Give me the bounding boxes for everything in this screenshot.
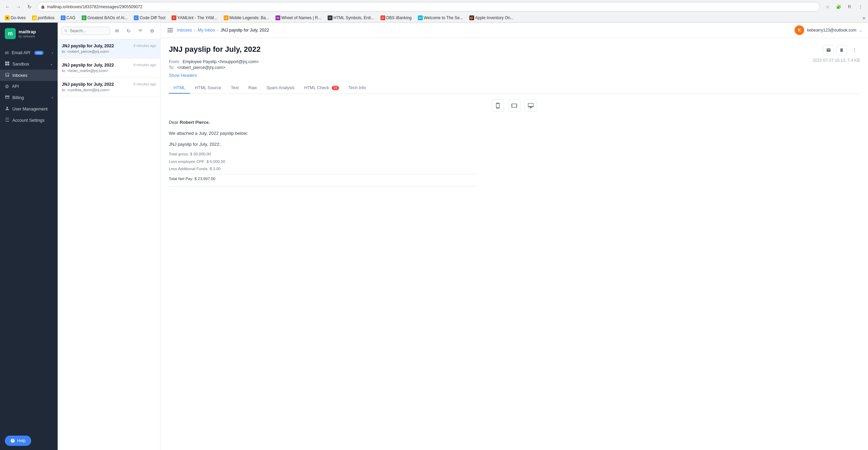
mobile-view-button[interactable] xyxy=(492,99,504,112)
bookmark-apple-label: Apple Inventory On... xyxy=(475,15,514,20)
compose-button[interactable]: ✉ xyxy=(112,26,122,36)
email-meta: From: Employee Payslip <hrsupport@jnj.co… xyxy=(169,59,860,70)
bookmark-portfolios[interactable]: 📁 portfolios xyxy=(30,15,57,21)
address-bar[interactable]: mailtrap.io/inboxes/1833782/messages/290… xyxy=(37,2,820,12)
bookmark-mobile-legends-label: Mobile Legends: Ba... xyxy=(230,15,269,20)
menu-button[interactable]: ⋮ xyxy=(856,2,865,12)
browser-chrome: ← → ↻ mailtrap.io/inboxes/1833782/messag… xyxy=(0,0,868,23)
hamburger-menu[interactable] xyxy=(166,27,174,34)
bookmark-dbs-label: DBS iBanking xyxy=(386,15,412,20)
payslip-total-net: Total Net Pay: $ 23,997.00 xyxy=(169,174,478,182)
bookmark-cag[interactable]: C CAG xyxy=(59,15,78,21)
forward-button[interactable]: → xyxy=(14,2,23,12)
search-input[interactable] xyxy=(70,28,107,33)
email-title: JNJ payslip for July, 2022 xyxy=(169,45,260,54)
bookmark-html-symbols-label: HTML Symbols, Enti... xyxy=(333,15,374,20)
email-item-2[interactable]: 9 minutes ago JNJ payslip for July, 2022… xyxy=(58,59,160,78)
tab-raw[interactable]: Raw xyxy=(244,83,262,94)
sidebar-item-user-management[interactable]: User Management xyxy=(0,103,58,115)
sidebar-item-billing[interactable]: Billing › xyxy=(0,92,58,103)
bookmark-welcome-to-se[interactable]: W Welcome to The Se... xyxy=(416,15,465,21)
api-icon: ⚙ xyxy=(5,84,9,89)
extensions-button[interactable]: 🧩 xyxy=(834,2,843,12)
sidebar-item-email-api-label: Email API xyxy=(12,50,30,55)
show-headers-link[interactable]: Show Headers xyxy=(169,73,197,78)
to-label: To: xyxy=(169,65,175,70)
delete-email-button[interactable] xyxy=(836,45,847,55)
bookmark-apple-inventory[interactable]: 🍎 Apple Inventory On... xyxy=(467,15,516,21)
lock-icon xyxy=(41,5,45,9)
greeting-end: , xyxy=(209,120,210,125)
sidebar-item-inboxes[interactable]: Inboxes xyxy=(0,70,58,81)
greatest-baos-favicon: G xyxy=(82,15,86,20)
bookmark-star-button[interactable]: ☆ xyxy=(823,2,832,12)
email-list-panel: ✉ ↻ ⚙ 9 minutes ago JNJ payslip for July… xyxy=(58,23,161,450)
sidebar-item-sandbox[interactable]: Sandbox ⌄ xyxy=(0,58,58,70)
email-to-3: to: <cynthia_dunn@jnj.com> xyxy=(62,88,156,92)
tablet-view-button[interactable] xyxy=(508,99,520,112)
email-body: Dear Robert Pierce, We attached a July, … xyxy=(169,119,478,187)
email-list-toolbar: ✉ ↻ ⚙ xyxy=(58,23,160,39)
desktop-view-button[interactable] xyxy=(525,99,537,112)
inboxes-icon xyxy=(5,72,10,78)
refresh-button[interactable]: ↻ xyxy=(25,2,34,12)
tab-tech-info-label: Tech Info xyxy=(349,85,366,90)
svg-rect-0 xyxy=(5,61,7,63)
breadcrumb-inboxes[interactable]: Inboxes xyxy=(177,28,192,33)
svg-rect-1 xyxy=(8,61,9,63)
sidebar-item-account-settings[interactable]: Account Settings xyxy=(0,115,58,126)
search-wrap[interactable] xyxy=(61,27,110,35)
bookmark-yamllint[interactable]: Y YAMLlint - The YAM... xyxy=(169,15,219,21)
cag-favicon: C xyxy=(61,15,66,20)
filter-button[interactable] xyxy=(136,26,145,36)
email-item-1[interactable]: 9 minutes ago JNJ payslip for July, 2022… xyxy=(58,39,160,59)
from-label: From: xyxy=(169,59,180,64)
more-options-button[interactable]: ⋮ xyxy=(849,45,860,55)
profile-button[interactable]: R xyxy=(845,2,854,12)
main-content: Inboxes › My Inbox › JNJ payslip for Jul… xyxy=(161,23,868,450)
bookmark-wheel-of-names-label: Wheel of Names | R... xyxy=(281,15,321,20)
bookmark-mobile-legends[interactable]: M Mobile Legends: Ba... xyxy=(222,15,271,21)
welcome-favicon: W xyxy=(418,15,423,20)
bookmark-code-diff[interactable]: C Code Diff Tool xyxy=(132,15,167,21)
email-greeting: Dear Robert Pierce, xyxy=(169,119,478,126)
sidebar-logo: m mailtrap by railsware xyxy=(0,23,58,45)
settings-button[interactable]: ⚙ xyxy=(147,26,157,36)
back-button[interactable]: ← xyxy=(3,2,12,12)
forward-email-button[interactable] xyxy=(823,45,834,55)
tab-html-check[interactable]: HTML Check 19 xyxy=(300,83,344,94)
forward-icon xyxy=(826,48,831,52)
sidebar-item-sandbox-label: Sandbox xyxy=(12,62,29,67)
breadcrumb-my-inbox[interactable]: My Inbox xyxy=(198,28,215,33)
recipient-name: Robert Pierce xyxy=(180,120,209,125)
bookmark-wheel-of-names[interactable]: W Wheel of Names | R... xyxy=(273,15,324,21)
email-time-3: 9 minutes ago xyxy=(133,82,156,86)
sidebar-item-email-api[interactable]: ✉ Email API new › xyxy=(0,47,58,58)
tab-tech-info[interactable]: Tech Info xyxy=(344,83,371,94)
bookmark-dbs-ibanking[interactable]: D DBS iBanking xyxy=(378,15,414,21)
tab-html-source[interactable]: HTML Source xyxy=(190,83,226,94)
breadcrumb: Inboxes › My Inbox › JNJ payslip for Jul… xyxy=(177,28,269,33)
bookmarks-more-button[interactable]: » xyxy=(863,15,865,21)
email-time-2: 9 minutes ago xyxy=(133,63,156,67)
email-time-1: 9 minutes ago xyxy=(133,44,156,48)
view-modes xyxy=(169,99,860,112)
bookmark-greatest-baos[interactable]: G Greatest BAOs of Al... xyxy=(80,15,130,21)
logo-icon: m xyxy=(5,28,16,39)
refresh-emails-button[interactable]: ↻ xyxy=(124,26,133,36)
sidebar-footer: Help xyxy=(0,431,58,450)
tab-html[interactable]: HTML xyxy=(169,83,190,94)
user-management-icon xyxy=(5,106,10,112)
tab-spam-analysis[interactable]: Spam Analysis xyxy=(262,83,300,94)
help-icon xyxy=(10,438,15,443)
bookmark-html-symbols[interactable]: H HTML Symbols, Enti... xyxy=(326,15,376,21)
email-item-3[interactable]: 9 minutes ago JNJ payslip for July, 2022… xyxy=(58,78,160,97)
tab-text[interactable]: Text xyxy=(226,83,244,94)
bookmark-go-lives[interactable]: ★ Go-lives xyxy=(3,15,28,21)
tab-html-source-label: HTML Source xyxy=(195,85,221,90)
help-button[interactable]: Help xyxy=(5,436,31,446)
svg-rect-2 xyxy=(5,64,7,66)
go-lives-favicon: ★ xyxy=(5,15,10,20)
sidebar-item-api[interactable]: ⚙ API xyxy=(0,81,58,92)
user-dropdown-chevron[interactable]: ⌄ xyxy=(859,28,863,33)
